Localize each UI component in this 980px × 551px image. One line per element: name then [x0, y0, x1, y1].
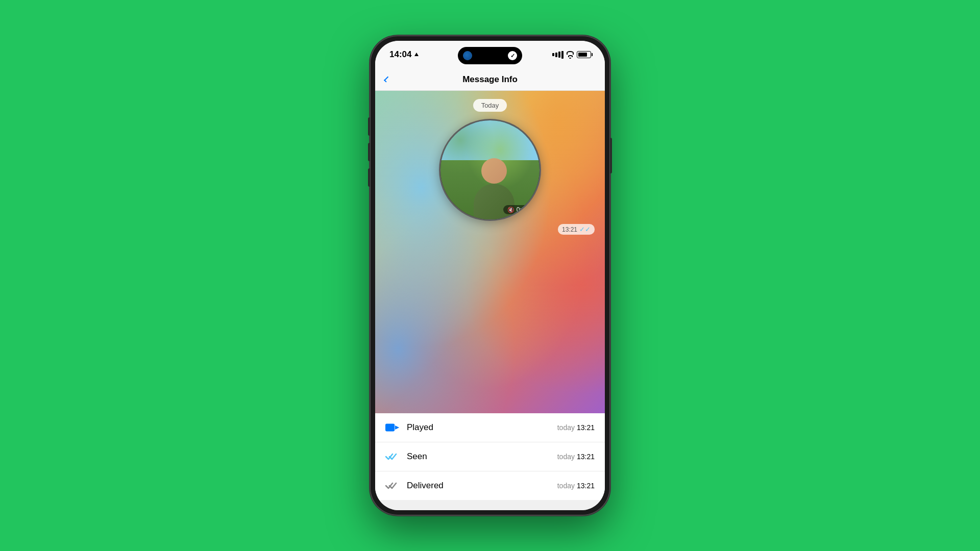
mute-icon: 🔇	[507, 207, 514, 213]
person-head	[481, 158, 507, 184]
wifi-arc-dot	[569, 58, 571, 59]
double-check-seen-icon	[385, 452, 400, 462]
signal-icon	[552, 51, 564, 59]
delivered-time-prefix: today	[557, 482, 575, 490]
nav-bar: Message Info	[375, 68, 605, 91]
island-camera	[463, 51, 472, 60]
wifi-arc-outer	[567, 51, 574, 55]
battery-body	[577, 51, 591, 58]
timestamp-value: 13:21	[562, 226, 577, 233]
seen-time-prefix: today	[557, 453, 575, 461]
list-item-delivered: Delivered today 13:21	[375, 471, 605, 500]
double-check-delivered-icon	[385, 481, 400, 491]
seen-time: today 13:21	[557, 453, 595, 461]
back-chevron-icon	[383, 76, 388, 84]
message-area: Today 🔇 0:08 13:21 ✓✓	[375, 91, 605, 413]
svg-marker-1	[395, 425, 399, 430]
delivered-time-value: 13:21	[577, 482, 595, 490]
status-icons	[552, 51, 593, 59]
status-time: 14:04	[389, 49, 419, 60]
info-list: Played today 13:21 Seen today 13:21	[375, 413, 605, 500]
signal-bar-4	[561, 51, 564, 59]
bottom-area	[375, 500, 605, 510]
location-arrow-icon	[414, 53, 419, 56]
played-label: Played	[407, 422, 550, 433]
video-camera-icon	[385, 422, 400, 433]
played-time-prefix: today	[557, 423, 575, 432]
battery-icon	[577, 51, 593, 58]
seen-time-value: 13:21	[577, 453, 595, 461]
message-timestamp: 13:21 ✓✓	[558, 224, 595, 235]
video-duration: 0:08	[517, 206, 528, 213]
delivered-label: Delivered	[407, 481, 550, 491]
time-display: 14:04	[389, 49, 411, 60]
played-time: today 13:21	[557, 423, 595, 432]
signal-bar-1	[552, 53, 554, 56]
phone-device: 14:04	[370, 36, 610, 515]
battery-tip	[592, 53, 593, 56]
phone-screen: 14:04	[375, 41, 605, 510]
wifi-arc-middle	[568, 55, 573, 57]
double-check-sent-icon: ✓✓	[579, 226, 591, 233]
seen-icon	[385, 449, 400, 464]
seen-label: Seen	[407, 452, 550, 462]
signal-bar-2	[555, 53, 557, 57]
back-button[interactable]	[383, 76, 388, 84]
signal-bar-3	[558, 52, 560, 58]
battery-fill	[578, 53, 587, 57]
delivered-icon	[385, 479, 400, 493]
status-bar: 14:04	[375, 41, 605, 68]
timestamp-row: 13:21 ✓✓	[375, 221, 605, 235]
played-icon	[385, 420, 400, 435]
dynamic-island	[458, 47, 522, 64]
video-overlay-info: 🔇 0:08	[503, 205, 532, 214]
delivered-time: today 13:21	[557, 482, 595, 490]
video-bubble[interactable]: 🔇 0:08	[439, 119, 541, 221]
played-time-value: 13:21	[577, 423, 595, 432]
page-title: Message Info	[462, 74, 518, 85]
wifi-icon	[567, 51, 574, 59]
today-badge: Today	[473, 99, 507, 112]
svg-rect-0	[385, 424, 395, 432]
list-item-seen: Seen today 13:21	[375, 442, 605, 471]
list-item-played: Played today 13:21	[375, 413, 605, 442]
island-check-icon	[508, 51, 517, 60]
